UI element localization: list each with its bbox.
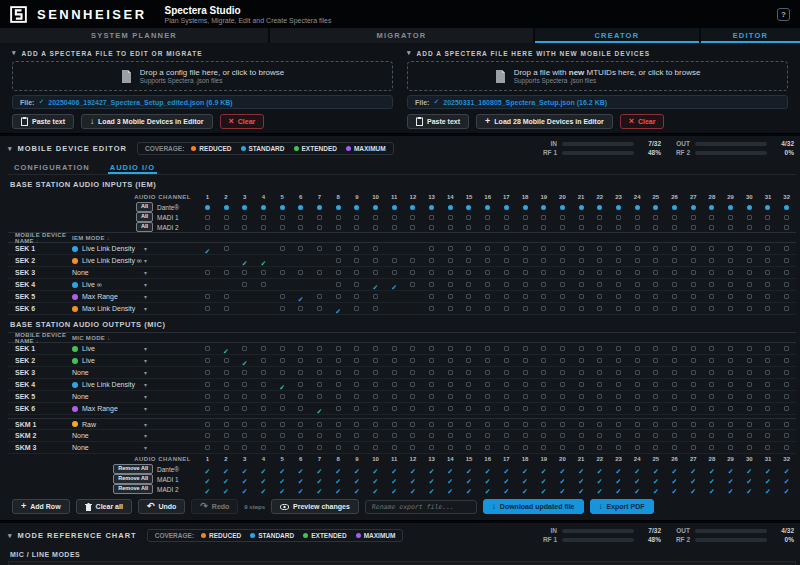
channel-cell[interactable] (348, 403, 367, 414)
channel-cell[interactable] (291, 243, 310, 254)
channel-cell[interactable] (703, 279, 722, 290)
channel-cell[interactable] (628, 222, 647, 232)
mode-select[interactable]: None (72, 393, 89, 400)
load-devices-button[interactable]: Load 28 Mobile Devices in Editor (476, 114, 613, 129)
channel-cell[interactable] (422, 484, 441, 494)
channel-cell[interactable] (254, 419, 273, 429)
channel-cell[interactable] (441, 367, 460, 378)
chevron-down-icon[interactable] (144, 369, 147, 376)
channel-cell[interactable] (665, 291, 684, 302)
channel-cell[interactable] (721, 484, 740, 494)
channel-cell[interactable] (478, 202, 497, 212)
channel-cell[interactable] (534, 484, 553, 494)
channel-cell[interactable] (422, 430, 441, 441)
channel-cell[interactable] (534, 243, 553, 254)
channel-cell[interactable] (777, 391, 796, 402)
channel-cell[interactable] (366, 419, 385, 429)
channel-cell[interactable] (740, 255, 759, 266)
clear-button[interactable]: Clear (220, 114, 265, 129)
channel-cell[interactable] (460, 355, 479, 366)
channel-cell[interactable] (478, 391, 497, 402)
channel-cell[interactable] (665, 222, 684, 232)
channel-cell[interactable] (273, 419, 292, 429)
channel-cell[interactable] (777, 367, 796, 378)
channel-cell[interactable] (441, 355, 460, 366)
channel-cell[interactable] (235, 267, 254, 278)
channel-cell[interactable] (740, 291, 759, 302)
channel-cell[interactable] (609, 202, 628, 212)
channel-cell[interactable] (478, 367, 497, 378)
channel-cell[interactable] (254, 222, 273, 232)
channel-cell[interactable] (235, 212, 254, 222)
channel-cell[interactable] (254, 255, 273, 266)
channel-cell[interactable] (385, 442, 404, 453)
channel-cell[interactable] (721, 255, 740, 266)
channel-cell[interactable] (534, 442, 553, 453)
chevron-down-icon[interactable] (144, 357, 147, 364)
channel-cell[interactable] (385, 379, 404, 390)
channel-cell[interactable] (217, 267, 236, 278)
channel-cell[interactable] (553, 379, 572, 390)
channel-cell[interactable] (516, 367, 535, 378)
channel-cell[interactable] (777, 202, 796, 212)
channel-cell[interactable] (460, 267, 479, 278)
collapse-caret-icon[interactable] (8, 144, 13, 153)
channel-cell[interactable] (291, 303, 310, 314)
channel-cell[interactable] (609, 403, 628, 414)
channel-cell[interactable] (665, 212, 684, 222)
channel-cell[interactable] (609, 379, 628, 390)
channel-cell[interactable] (478, 442, 497, 453)
mode-select[interactable]: Max Link Density (72, 305, 135, 312)
channel-cell[interactable] (572, 379, 591, 390)
channel-cell[interactable] (628, 303, 647, 314)
channel-cell[interactable] (609, 442, 628, 453)
channel-cell[interactable] (310, 430, 329, 441)
config-dropzone[interactable]: Drop a config file here, or click to bro… (12, 61, 393, 91)
channel-cell[interactable] (590, 419, 609, 429)
channel-cell[interactable] (291, 430, 310, 441)
channel-cell[interactable] (198, 367, 217, 378)
channel-cell[interactable] (759, 391, 778, 402)
channel-cell[interactable] (273, 343, 292, 354)
channel-cell[interactable] (385, 255, 404, 266)
channel-cell[interactable] (647, 367, 666, 378)
channel-cell[interactable] (441, 430, 460, 441)
channel-cell[interactable] (516, 391, 535, 402)
channel-cell[interactable] (348, 267, 367, 278)
channel-cell[interactable] (348, 379, 367, 390)
channel-cell[interactable] (422, 279, 441, 290)
channel-cell[interactable] (553, 303, 572, 314)
channel-cell[interactable] (534, 212, 553, 222)
channel-cell[interactable] (217, 222, 236, 232)
channel-cell[interactable] (684, 202, 703, 212)
tab-configuration[interactable]: CONFIGURATION (12, 159, 92, 174)
channel-cell[interactable] (385, 343, 404, 354)
channel-cell[interactable] (422, 379, 441, 390)
channel-cell[interactable] (721, 355, 740, 366)
channel-cell[interactable] (777, 379, 796, 390)
channel-cell[interactable] (366, 303, 385, 314)
channel-cell[interactable] (609, 367, 628, 378)
channel-cell[interactable] (348, 484, 367, 494)
channel-cell[interactable] (609, 355, 628, 366)
channel-cell[interactable] (235, 202, 254, 212)
channel-cell[interactable] (217, 391, 236, 402)
channel-cell[interactable] (628, 212, 647, 222)
channel-cell[interactable] (628, 202, 647, 212)
channel-cell[interactable] (703, 343, 722, 354)
channel-cell[interactable] (385, 367, 404, 378)
channel-cell[interactable] (777, 212, 796, 222)
channel-cell[interactable] (534, 222, 553, 232)
channel-cell[interactable] (628, 355, 647, 366)
paste-text-button[interactable]: Paste text (12, 114, 74, 129)
channel-cell[interactable] (366, 212, 385, 222)
channel-cell[interactable] (497, 303, 516, 314)
channel-cell[interactable] (647, 279, 666, 290)
channel-cell[interactable] (703, 442, 722, 453)
collapse-caret-icon[interactable] (12, 49, 17, 57)
channel-cell[interactable] (404, 367, 423, 378)
channel-cell[interactable] (628, 255, 647, 266)
channel-cell[interactable] (366, 255, 385, 266)
channel-cell[interactable] (703, 202, 722, 212)
channel-cell[interactable] (366, 403, 385, 414)
